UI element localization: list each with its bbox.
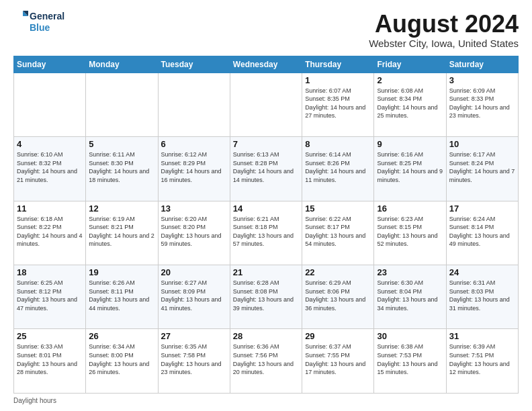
col-monday: Monday bbox=[86, 56, 158, 73]
day-info: Sunrise: 6:19 AM Sunset: 8:21 PM Dayligh… bbox=[89, 215, 154, 248]
day-number: 20 bbox=[161, 267, 227, 277]
footer-text: Daylight hours bbox=[13, 397, 56, 404]
day-info: Sunrise: 6:23 AM Sunset: 8:15 PM Dayligh… bbox=[377, 215, 443, 248]
main-title: August 2024 bbox=[369, 11, 519, 38]
table-row: 29Sunrise: 6:37 AM Sunset: 7:55 PM Dayli… bbox=[302, 329, 374, 394]
day-info: Sunrise: 6:39 AM Sunset: 7:51 PM Dayligh… bbox=[449, 342, 515, 376]
col-sunday: Sunday bbox=[14, 56, 86, 73]
day-number: 17 bbox=[449, 203, 515, 214]
day-info: Sunrise: 6:22 AM Sunset: 8:17 PM Dayligh… bbox=[305, 215, 371, 248]
day-number: 27 bbox=[161, 331, 227, 341]
table-row bbox=[86, 73, 158, 136]
day-number: 28 bbox=[233, 331, 299, 341]
day-number: 11 bbox=[17, 203, 83, 214]
col-thursday: Thursday bbox=[302, 56, 374, 73]
day-info: Sunrise: 6:18 AM Sunset: 8:22 PM Dayligh… bbox=[17, 215, 83, 248]
day-number: 16 bbox=[377, 203, 443, 214]
day-info: Sunrise: 6:17 AM Sunset: 8:24 PM Dayligh… bbox=[449, 150, 515, 184]
day-info: Sunrise: 6:07 AM Sunset: 8:35 PM Dayligh… bbox=[305, 87, 371, 120]
logo-graphic-icon bbox=[13, 11, 28, 31]
calendar-week-row: 1Sunrise: 6:07 AM Sunset: 8:35 PM Daylig… bbox=[14, 73, 519, 136]
calendar-week-row: 18Sunrise: 6:25 AM Sunset: 8:12 PM Dayli… bbox=[14, 265, 519, 329]
logo: General Blue bbox=[13, 11, 64, 34]
table-row bbox=[14, 73, 86, 136]
subtitle: Webster City, Iowa, United States bbox=[369, 38, 519, 49]
day-number: 25 bbox=[17, 331, 83, 341]
day-number: 4 bbox=[17, 139, 83, 149]
table-row: 18Sunrise: 6:25 AM Sunset: 8:12 PM Dayli… bbox=[14, 265, 86, 329]
day-number: 14 bbox=[233, 203, 299, 214]
table-row: 8Sunrise: 6:14 AM Sunset: 8:26 PM Daylig… bbox=[302, 137, 374, 201]
day-number: 22 bbox=[305, 267, 371, 277]
footer: Daylight hours bbox=[13, 397, 519, 404]
table-row: 9Sunrise: 6:16 AM Sunset: 8:25 PM Daylig… bbox=[374, 137, 446, 201]
day-info: Sunrise: 6:20 AM Sunset: 8:20 PM Dayligh… bbox=[161, 215, 227, 248]
day-info: Sunrise: 6:08 AM Sunset: 8:34 PM Dayligh… bbox=[377, 87, 443, 120]
day-info: Sunrise: 6:12 AM Sunset: 8:29 PM Dayligh… bbox=[161, 150, 227, 184]
day-info: Sunrise: 6:25 AM Sunset: 8:12 PM Dayligh… bbox=[17, 279, 83, 312]
day-number: 19 bbox=[89, 267, 154, 277]
table-row: 10Sunrise: 6:17 AM Sunset: 8:24 PM Dayli… bbox=[446, 137, 518, 201]
day-info: Sunrise: 6:28 AM Sunset: 8:08 PM Dayligh… bbox=[233, 279, 299, 312]
table-row bbox=[158, 73, 230, 136]
table-row: 28Sunrise: 6:36 AM Sunset: 7:56 PM Dayli… bbox=[230, 329, 302, 394]
table-row: 3Sunrise: 6:09 AM Sunset: 8:33 PM Daylig… bbox=[446, 73, 518, 136]
table-row: 11Sunrise: 6:18 AM Sunset: 8:22 PM Dayli… bbox=[14, 201, 86, 265]
day-info: Sunrise: 6:30 AM Sunset: 8:04 PM Dayligh… bbox=[377, 279, 443, 312]
table-row: 7Sunrise: 6:13 AM Sunset: 8:28 PM Daylig… bbox=[230, 137, 302, 201]
day-number: 9 bbox=[377, 139, 443, 149]
day-info: Sunrise: 6:29 AM Sunset: 8:06 PM Dayligh… bbox=[305, 279, 371, 312]
day-number: 23 bbox=[377, 267, 443, 277]
day-number: 18 bbox=[17, 267, 83, 277]
day-info: Sunrise: 6:16 AM Sunset: 8:25 PM Dayligh… bbox=[377, 150, 443, 184]
table-row: 2Sunrise: 6:08 AM Sunset: 8:34 PM Daylig… bbox=[374, 73, 446, 136]
day-number: 31 bbox=[449, 331, 515, 341]
day-number: 21 bbox=[233, 267, 299, 277]
day-info: Sunrise: 6:37 AM Sunset: 7:55 PM Dayligh… bbox=[305, 342, 371, 376]
day-number: 26 bbox=[89, 331, 154, 341]
day-info: Sunrise: 6:27 AM Sunset: 8:09 PM Dayligh… bbox=[161, 279, 227, 312]
calendar-week-row: 25Sunrise: 6:33 AM Sunset: 8:01 PM Dayli… bbox=[14, 329, 519, 394]
table-row: 25Sunrise: 6:33 AM Sunset: 8:01 PM Dayli… bbox=[14, 329, 86, 394]
day-number: 2 bbox=[377, 75, 443, 85]
table-row: 23Sunrise: 6:30 AM Sunset: 8:04 PM Dayli… bbox=[374, 265, 446, 329]
header: General Blue August 2024 Webster City, I… bbox=[13, 11, 519, 49]
day-info: Sunrise: 6:24 AM Sunset: 8:14 PM Dayligh… bbox=[449, 215, 515, 248]
table-row: 14Sunrise: 6:21 AM Sunset: 8:18 PM Dayli… bbox=[230, 201, 302, 265]
calendar-table: Sunday Monday Tuesday Wednesday Thursday… bbox=[13, 56, 519, 394]
day-info: Sunrise: 6:14 AM Sunset: 8:26 PM Dayligh… bbox=[305, 150, 371, 184]
table-row: 27Sunrise: 6:35 AM Sunset: 7:58 PM Dayli… bbox=[158, 329, 230, 394]
table-row: 13Sunrise: 6:20 AM Sunset: 8:20 PM Dayli… bbox=[158, 201, 230, 265]
table-row bbox=[230, 73, 302, 136]
day-number: 13 bbox=[161, 203, 227, 214]
day-info: Sunrise: 6:11 AM Sunset: 8:30 PM Dayligh… bbox=[89, 150, 154, 184]
day-number: 6 bbox=[161, 139, 227, 149]
day-info: Sunrise: 6:31 AM Sunset: 8:03 PM Dayligh… bbox=[449, 279, 515, 312]
day-info: Sunrise: 6:26 AM Sunset: 8:11 PM Dayligh… bbox=[89, 279, 154, 312]
table-row: 16Sunrise: 6:23 AM Sunset: 8:15 PM Dayli… bbox=[374, 201, 446, 265]
table-row: 12Sunrise: 6:19 AM Sunset: 8:21 PM Dayli… bbox=[86, 201, 158, 265]
day-number: 30 bbox=[377, 331, 443, 341]
day-info: Sunrise: 6:13 AM Sunset: 8:28 PM Dayligh… bbox=[233, 150, 299, 184]
table-row: 17Sunrise: 6:24 AM Sunset: 8:14 PM Dayli… bbox=[446, 201, 518, 265]
day-number: 7 bbox=[233, 139, 299, 149]
table-row: 22Sunrise: 6:29 AM Sunset: 8:06 PM Dayli… bbox=[302, 265, 374, 329]
table-row: 4Sunrise: 6:10 AM Sunset: 8:32 PM Daylig… bbox=[14, 137, 86, 201]
table-row: 30Sunrise: 6:38 AM Sunset: 7:53 PM Dayli… bbox=[374, 329, 446, 394]
calendar-week-row: 11Sunrise: 6:18 AM Sunset: 8:22 PM Dayli… bbox=[14, 201, 519, 265]
day-number: 3 bbox=[449, 75, 515, 85]
day-info: Sunrise: 6:21 AM Sunset: 8:18 PM Dayligh… bbox=[233, 215, 299, 248]
col-tuesday: Tuesday bbox=[158, 56, 230, 73]
logo-line1: General bbox=[30, 11, 64, 22]
title-block: August 2024 Webster City, Iowa, United S… bbox=[369, 11, 519, 49]
logo-line2: Blue bbox=[30, 22, 64, 34]
day-info: Sunrise: 6:10 AM Sunset: 8:32 PM Dayligh… bbox=[17, 150, 83, 184]
day-number: 15 bbox=[305, 203, 371, 214]
day-number: 24 bbox=[449, 267, 515, 277]
page: General Blue August 2024 Webster City, I… bbox=[0, 0, 532, 411]
table-row: 6Sunrise: 6:12 AM Sunset: 8:29 PM Daylig… bbox=[158, 137, 230, 201]
calendar-header-row: Sunday Monday Tuesday Wednesday Thursday… bbox=[14, 56, 519, 73]
col-saturday: Saturday bbox=[446, 56, 518, 73]
day-number: 1 bbox=[305, 75, 371, 85]
table-row: 19Sunrise: 6:26 AM Sunset: 8:11 PM Dayli… bbox=[86, 265, 158, 329]
